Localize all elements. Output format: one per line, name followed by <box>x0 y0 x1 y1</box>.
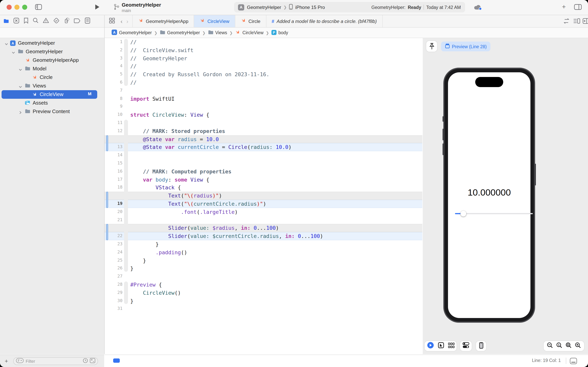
disclosure-right-icon[interactable] <box>19 110 22 116</box>
code-line[interactable]: 17 var body: some View { <box>105 175 422 184</box>
navigate-back-icon[interactable]: ‹ <box>121 18 123 25</box>
code-fold-ribbon[interactable] <box>124 39 128 86</box>
source-control-change-badge[interactable] <box>113 359 120 363</box>
code-line[interactable]: 19 Text("\(currentCircle.radius)") <box>105 200 422 208</box>
device-settings-button[interactable] <box>460 341 472 351</box>
run-button[interactable] <box>94 4 100 12</box>
sidebar-item-views[interactable]: Views <box>0 82 104 90</box>
close-window-button[interactable] <box>7 5 12 10</box>
source-control-filter-icon[interactable] <box>90 358 95 365</box>
zoom-in-icon[interactable] <box>575 342 581 350</box>
add-file-button[interactable]: + <box>5 358 8 364</box>
radius-slider[interactable] <box>455 213 533 214</box>
window-layout-icon[interactable] <box>574 4 582 12</box>
code-line[interactable]: 1// <box>105 38 422 46</box>
code-line[interactable]: 22 Slider(value: $currentCircle.radius, … <box>105 232 422 240</box>
add-editor-icon[interactable] <box>583 18 588 26</box>
code-line[interactable]: 23 } <box>105 240 422 248</box>
debug-icon[interactable] <box>64 17 70 25</box>
bookmarks-icon[interactable] <box>24 17 28 25</box>
code-line[interactable]: 7 <box>105 87 422 95</box>
zoom-out-icon[interactable] <box>547 342 553 350</box>
sidebar-item-circleview[interactable]: CircleViewM <box>0 90 104 99</box>
code-line[interactable]: 20 .font(.largeTitle) <box>105 208 422 216</box>
code-line[interactable]: 6// <box>105 79 422 87</box>
sidebar-item-preview-content[interactable]: Preview Content <box>0 107 104 116</box>
source-control-icon[interactable] <box>13 17 19 25</box>
toggle-sidebar-icon[interactable] <box>35 4 42 12</box>
code-line[interactable]: 25 } <box>105 256 422 265</box>
preview-app-screen[interactable]: 10.000000 <box>448 72 530 318</box>
code-line[interactable]: 28#Preview { <box>105 281 422 289</box>
code-line[interactable]: 18 VStack { <box>105 184 422 192</box>
disclosure-down-icon[interactable] <box>19 67 22 73</box>
code-line[interactable]: 30} <box>105 297 422 305</box>
tab-commit-message[interactable]: # Added a model file to describe a circl… <box>266 15 382 27</box>
code-line[interactable]: 26} <box>105 265 422 273</box>
minimize-window-button[interactable] <box>14 5 19 10</box>
editor-options-icon[interactable] <box>573 18 580 26</box>
find-icon[interactable] <box>33 17 39 25</box>
source-control-change-bar[interactable] <box>106 135 108 151</box>
tests-icon[interactable] <box>53 17 59 25</box>
preview-tab-button[interactable]: Preview (Line 28) <box>441 42 491 51</box>
code-line[interactable]: 31 <box>105 305 422 313</box>
code-line-removed[interactable]: Slider(value: $radius, in: 0...100) <box>105 224 422 232</box>
code-line[interactable]: 12 // MARK: Stored properties <box>105 127 422 135</box>
recent-files-clock-icon[interactable] <box>83 358 88 365</box>
sidebar-item-geometryhelperapp[interactable]: GeometryHelperApp <box>0 56 104 65</box>
breakpoints-icon[interactable] <box>74 18 81 25</box>
code-line[interactable]: 5// Created by Russell Gordon on 2023-11… <box>105 70 422 79</box>
source-editor[interactable]: 1//2// CircleView.swift3// GeometryHelpe… <box>105 38 422 354</box>
project-icon[interactable] <box>3 18 9 25</box>
code-line[interactable]: 16 // MARK: Computed properties <box>105 167 422 176</box>
sidebar-item-model[interactable]: Model <box>0 65 104 73</box>
swap-editor-icon[interactable] <box>563 18 570 25</box>
scheme-selector[interactable]: A GeometryHelper ❯ iPhone 15 Pro Geometr… <box>234 2 465 12</box>
scheme-device-name[interactable]: iPhone 15 Pro <box>295 4 325 10</box>
code-line[interactable]: 8import SwiftUI <box>105 95 422 103</box>
tab-circle[interactable]: Circle <box>235 15 266 27</box>
breadcrumb-item-geometryhelper[interactable]: AGeometryHelper <box>112 30 152 36</box>
toggle-bottom-panel-icon[interactable] <box>570 358 577 366</box>
code-line[interactable]: 27 <box>105 273 422 281</box>
editor-grid-icon[interactable] <box>109 17 115 25</box>
device-button[interactable] <box>476 341 486 351</box>
tab-circleview[interactable]: CircleView <box>194 15 235 27</box>
breadcrumb-item-circleview[interactable]: CircleView <box>235 30 263 36</box>
disclosure-down-icon[interactable] <box>5 41 8 47</box>
code-line[interactable]: 21 <box>105 216 422 224</box>
issues-icon[interactable] <box>43 17 49 25</box>
source-control-change-bar[interactable] <box>106 192 108 208</box>
add-tab-button[interactable]: + <box>562 3 566 11</box>
scheme-project-name[interactable]: GeometryHelper <box>247 4 281 10</box>
code-line[interactable]: 3// GeometryHelper <box>105 54 422 62</box>
variants-icon[interactable] <box>448 342 454 350</box>
navigate-forward-icon[interactable]: › <box>126 18 128 25</box>
code-line[interactable]: 15 <box>105 159 422 167</box>
code-line[interactable]: 2// CircleView.swift <box>105 46 422 54</box>
code-line[interactable]: 11 <box>105 119 422 127</box>
code-line[interactable]: 29 CircleView() <box>105 289 422 297</box>
code-line[interactable]: 24 .padding() <box>105 248 422 256</box>
sidebar-item-geometryhelper[interactable]: GeometryHelper <box>0 47 104 56</box>
pin-preview-button[interactable] <box>426 41 437 52</box>
sidebar-item-circle[interactable]: Circle <box>0 73 104 82</box>
disclosure-down-icon[interactable] <box>12 50 15 56</box>
disclosure-down-icon[interactable] <box>19 84 22 90</box>
source-control-change-bar[interactable] <box>106 224 108 240</box>
code-line[interactable]: 4// <box>105 62 422 71</box>
sidebar-item-geometryhelper[interactable]: AGeometryHelper <box>0 39 104 47</box>
code-fold-ribbon[interactable] <box>124 120 128 272</box>
selectable-mode-icon[interactable] <box>438 342 444 350</box>
code-line[interactable]: 9 <box>105 103 422 111</box>
live-preview-icon[interactable] <box>427 342 434 350</box>
code-line[interactable]: 10struct CircleView: View { <box>105 111 422 119</box>
code-line[interactable]: 13 @State var currentCircle = Circle(rad… <box>105 143 422 151</box>
breadcrumb-item-views[interactable]: Views <box>208 30 227 35</box>
zoom-window-button[interactable] <box>22 5 27 10</box>
filter-field[interactable]: Filter <box>13 357 98 365</box>
breadcrumb-item-body[interactable]: Pbody <box>271 30 288 36</box>
sidebar-item-assets[interactable]: Assets <box>0 99 104 107</box>
zoom-actual-icon[interactable]: 1 <box>556 342 562 350</box>
